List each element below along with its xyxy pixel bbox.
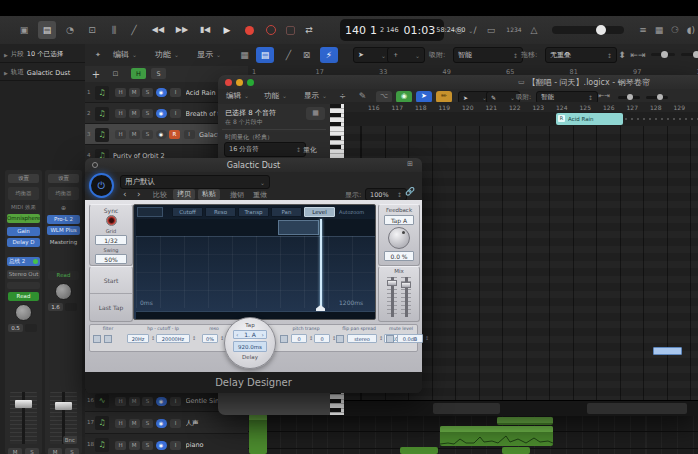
volume-value[interactable]: 1.6 <box>48 303 63 311</box>
crossfade-icon[interactable]: ⊠ <box>299 47 314 63</box>
drag-selector[interactable]: 无重叠↕ <box>545 47 617 63</box>
dry-slider[interactable] <box>387 277 397 317</box>
tap-line[interactable] <box>320 219 322 311</box>
cycle-record-icon[interactable] <box>262 22 280 38</box>
piano-roll-scroll-strip[interactable] <box>344 400 698 416</box>
piano-key-black[interactable] <box>330 408 341 412</box>
mute-button[interactable]: M <box>129 441 140 450</box>
midi-note[interactable] <box>653 347 682 355</box>
library-icon[interactable]: ▣ <box>16 22 32 38</box>
view-tab-level[interactable]: Level <box>304 207 335 217</box>
record-button[interactable]: R <box>169 130 180 139</box>
vertical-zoom-icon[interactable]: ⬍ <box>615 47 629 63</box>
pencil-tool-icon[interactable]: ╱ <box>282 47 295 63</box>
strip-insert-slot[interactable]: Gain <box>7 227 40 236</box>
mute-button[interactable]: M <box>129 419 140 428</box>
strip-automation-button[interactable]: Read <box>8 292 39 301</box>
menu-edit[interactable]: 编辑⌄ <box>113 49 137 60</box>
volume-knob[interactable] <box>596 25 606 35</box>
sidebar-toggle-icon[interactable]: ⊞ <box>407 161 413 168</box>
disclosure-triangle-icon[interactable]: ▶ <box>4 70 8 76</box>
feedback-tap-selector[interactable]: Tap A <box>384 215 414 225</box>
automation-view-icon[interactable]: ⚡ <box>320 47 338 63</box>
brush-tool-button[interactable]: ✏ <box>436 91 452 103</box>
strip-send-slot[interactable]: 总线 2 <box>7 257 40 266</box>
feedback-amount[interactable]: 0.0 % <box>384 251 414 261</box>
scroll-thumb[interactable] <box>433 403 500 414</box>
copy-button[interactable]: 拷贝 <box>173 189 195 200</box>
pointer-tool-selector[interactable]: ➤⌄ <box>353 47 391 63</box>
hide-button[interactable]: H <box>115 130 126 139</box>
strip-output-slot[interactable]: Stereo Out <box>7 270 40 279</box>
preset-selector[interactable]: 用户默认⌄ <box>120 175 270 189</box>
input-monitor-button[interactable]: I <box>170 441 181 450</box>
add-track-button[interactable]: + <box>89 67 103 81</box>
hide-button[interactable]: H <box>115 397 126 406</box>
dry-slider-cap[interactable] <box>387 280 397 286</box>
automation-pencil-icon[interactable]: ╱ <box>126 22 142 38</box>
strip-insert-slot[interactable]: WLM Plus <box>47 226 80 235</box>
quantize-value-selector[interactable]: 16 分音符↕ <box>224 142 306 157</box>
mute-button[interactable]: M <box>48 448 62 454</box>
strip-eq-display[interactable]: 均衡器 <box>48 187 79 200</box>
solo-button[interactable]: S <box>142 397 153 406</box>
close-button[interactable] <box>225 79 232 86</box>
view-tab-reso[interactable]: Reso <box>205 207 236 217</box>
input-monitor-button[interactable]: I <box>170 88 181 97</box>
forward-button[interactable]: ▶▶ <box>172 22 192 38</box>
track-row[interactable]: 18♫HMS◉Ipiano <box>85 434 248 454</box>
piano-key-black[interactable] <box>330 104 341 108</box>
input-monitor-button[interactable]: I <box>170 419 181 428</box>
param-stepper-icon[interactable]: ↕ <box>425 335 429 341</box>
piano-key-black[interactable] <box>330 145 341 149</box>
param-toggle[interactable] <box>104 335 112 343</box>
pan-knob[interactable] <box>45 283 82 300</box>
send-knob-icon[interactable] <box>33 259 38 264</box>
tap-grid[interactable] <box>136 236 375 308</box>
fader-cap[interactable] <box>15 400 32 408</box>
strip-group-slot[interactable] <box>7 282 40 289</box>
tuner-icon[interactable]: ◎ <box>452 22 466 38</box>
redo-button[interactable]: 重做 <box>253 190 267 200</box>
midi-region-green[interactable] <box>497 417 553 425</box>
bell-icon[interactable]: ⚆ <box>668 22 682 38</box>
midi-region-green[interactable] <box>502 447 530 454</box>
solo-dim-icon[interactable]: ▭ <box>484 22 498 38</box>
mute-button[interactable]: M <box>129 109 140 118</box>
volume-value[interactable]: 0.5 <box>8 324 23 332</box>
param-value[interactable]: 0% <box>202 334 218 343</box>
link-icon[interactable]: 🔗 <box>405 188 415 196</box>
piano-key-black[interactable] <box>330 122 341 126</box>
list-editors-icon[interactable]: ≡ <box>636 22 650 38</box>
input-monitor-button[interactable]: I <box>184 130 195 139</box>
preset-prev-button[interactable]: ‹ <box>123 189 127 199</box>
solo-button[interactable]: S <box>65 448 79 454</box>
note-pads-icon[interactable]: ▦ <box>652 22 666 38</box>
toolbox-icon[interactable]: ◔ <box>62 22 78 38</box>
tap-display[interactable]: CutoffResoTranspPanLevelAutozoom 0ms 120… <box>133 204 376 320</box>
grid-value[interactable]: 1/32 <box>95 235 127 245</box>
inspector-toggle-icon[interactable]: ▤ <box>38 21 56 39</box>
compare-button[interactable]: 比较 <box>153 190 167 200</box>
midi-region-green[interactable] <box>440 426 553 446</box>
param-value[interactable]: 20000Hz <box>156 334 190 343</box>
secondary-tool-selector[interactable]: ＋⌄ <box>387 47 425 63</box>
solo-button[interactable]: S <box>25 448 39 454</box>
snap-selector[interactable]: 智能↕ <box>453 47 523 63</box>
last-tap-button[interactable]: Last Tap <box>90 294 132 320</box>
metronome-icon[interactable]: △ <box>526 22 542 38</box>
piano-key-black[interactable] <box>330 113 341 117</box>
strip-insert-slot[interactable]: Delay D <box>7 238 40 247</box>
master-volume-slider[interactable] <box>552 26 624 34</box>
hide-button[interactable]: H <box>115 88 126 97</box>
list-view-icon[interactable]: ▤ <box>256 47 274 63</box>
menu-functions[interactable]: 功能⌄ <box>155 49 179 60</box>
menu-view[interactable]: 显示⌄ <box>304 91 327 101</box>
transport-lcd[interactable]: 140 1 2 146 01:03 58:24.60 ⌄ <box>340 19 444 41</box>
piano-key-black[interactable] <box>330 399 341 403</box>
catch-playhead-button[interactable]: ➤ <box>416 91 432 103</box>
record-enable-button[interactable]: ◉ <box>156 130 167 139</box>
strip-automation-button[interactable]: Read <box>48 271 79 280</box>
paste-button[interactable]: 粘贴 <box>198 189 220 200</box>
cycle-loop-icon[interactable]: ⇄ <box>300 22 318 38</box>
